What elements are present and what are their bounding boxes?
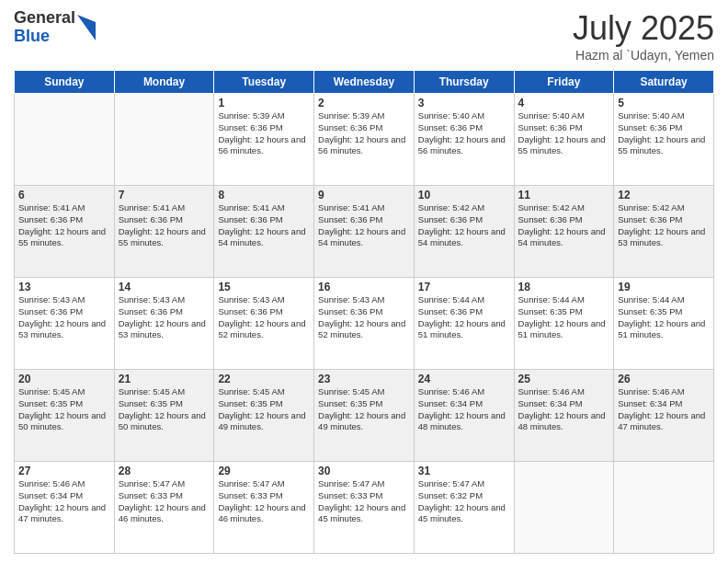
day-info: Sunrise: 5:47 AM Sunset: 6:33 PM Dayligh… — [318, 478, 410, 525]
svg-marker-0 — [77, 15, 96, 40]
day-info: Sunrise: 5:42 AM Sunset: 6:36 PM Dayligh… — [618, 202, 710, 249]
calendar-day-cell: 4Sunrise: 5:40 AM Sunset: 6:36 PM Daylig… — [514, 94, 614, 186]
day-info: Sunrise: 5:46 AM Sunset: 6:34 PM Dayligh… — [18, 478, 110, 525]
header-thursday: Thursday — [414, 71, 514, 94]
calendar-day-cell: 25Sunrise: 5:46 AM Sunset: 6:34 PM Dayli… — [514, 370, 614, 462]
day-number: 31 — [418, 465, 510, 477]
calendar-day-cell: 3Sunrise: 5:40 AM Sunset: 6:36 PM Daylig… — [414, 94, 514, 186]
calendar-day-cell: 5Sunrise: 5:40 AM Sunset: 6:36 PM Daylig… — [614, 94, 714, 186]
day-info: Sunrise: 5:39 AM Sunset: 6:36 PM Dayligh… — [318, 110, 410, 157]
logo-text: General Blue — [14, 9, 75, 46]
calendar-day-cell: 7Sunrise: 5:41 AM Sunset: 6:36 PM Daylig… — [114, 186, 214, 278]
calendar-day-cell — [614, 462, 714, 554]
calendar-day-cell: 30Sunrise: 5:47 AM Sunset: 6:33 PM Dayli… — [314, 462, 415, 554]
day-info: Sunrise: 5:44 AM Sunset: 6:36 PM Dayligh… — [418, 294, 510, 341]
day-info: Sunrise: 5:47 AM Sunset: 6:32 PM Dayligh… — [418, 478, 510, 525]
calendar-day-cell: 28Sunrise: 5:47 AM Sunset: 6:33 PM Dayli… — [114, 462, 214, 554]
day-number: 2 — [318, 97, 410, 109]
day-info: Sunrise: 5:43 AM Sunset: 6:36 PM Dayligh… — [18, 294, 110, 341]
day-number: 3 — [418, 97, 510, 109]
header-tuesday: Tuesday — [214, 71, 314, 94]
header-sunday: Sunday — [15, 71, 115, 94]
day-number: 11 — [518, 189, 610, 201]
calendar-day-cell — [514, 462, 614, 554]
day-number: 12 — [618, 189, 710, 201]
day-info: Sunrise: 5:46 AM Sunset: 6:34 PM Dayligh… — [618, 386, 710, 433]
day-info: Sunrise: 5:46 AM Sunset: 6:34 PM Dayligh… — [418, 386, 510, 433]
calendar-day-cell: 13Sunrise: 5:43 AM Sunset: 6:36 PM Dayli… — [15, 278, 115, 370]
header-monday: Monday — [114, 71, 214, 94]
day-info: Sunrise: 5:47 AM Sunset: 6:33 PM Dayligh… — [119, 478, 210, 525]
day-number: 16 — [318, 281, 410, 293]
calendar-day-cell: 15Sunrise: 5:43 AM Sunset: 6:36 PM Dayli… — [214, 278, 314, 370]
day-info: Sunrise: 5:45 AM Sunset: 6:35 PM Dayligh… — [218, 386, 310, 433]
calendar-day-cell: 29Sunrise: 5:47 AM Sunset: 6:33 PM Dayli… — [214, 462, 314, 554]
day-number: 6 — [18, 189, 110, 201]
calendar-day-cell: 2Sunrise: 5:39 AM Sunset: 6:36 PM Daylig… — [314, 94, 415, 186]
logo-blue: Blue — [14, 28, 75, 46]
title-area: July 2025 Hazm al `Udayn, Yemen — [573, 9, 714, 63]
header-friday: Friday — [514, 71, 614, 94]
calendar-day-cell: 23Sunrise: 5:45 AM Sunset: 6:35 PM Dayli… — [314, 370, 415, 462]
header: General Blue July 2025 Hazm al `Udayn, Y… — [14, 9, 714, 63]
calendar-week-row: 27Sunrise: 5:46 AM Sunset: 6:34 PM Dayli… — [15, 462, 714, 554]
calendar-week-row: 20Sunrise: 5:45 AM Sunset: 6:35 PM Dayli… — [15, 370, 714, 462]
location: Hazm al `Udayn, Yemen — [573, 48, 714, 63]
day-number: 29 — [218, 465, 310, 477]
calendar-day-cell: 6Sunrise: 5:41 AM Sunset: 6:36 PM Daylig… — [15, 186, 115, 278]
calendar-week-row: 13Sunrise: 5:43 AM Sunset: 6:36 PM Dayli… — [15, 278, 714, 370]
calendar-day-cell: 22Sunrise: 5:45 AM Sunset: 6:35 PM Dayli… — [214, 370, 314, 462]
day-info: Sunrise: 5:45 AM Sunset: 6:35 PM Dayligh… — [119, 386, 210, 433]
day-number: 17 — [418, 281, 510, 293]
day-number: 19 — [618, 281, 710, 293]
day-info: Sunrise: 5:44 AM Sunset: 6:35 PM Dayligh… — [518, 294, 610, 341]
calendar-day-cell: 21Sunrise: 5:45 AM Sunset: 6:35 PM Dayli… — [114, 370, 214, 462]
day-info: Sunrise: 5:44 AM Sunset: 6:35 PM Dayligh… — [618, 294, 710, 341]
calendar-day-cell: 24Sunrise: 5:46 AM Sunset: 6:34 PM Dayli… — [414, 370, 514, 462]
day-info: Sunrise: 5:40 AM Sunset: 6:36 PM Dayligh… — [518, 110, 610, 157]
day-info: Sunrise: 5:41 AM Sunset: 6:36 PM Dayligh… — [318, 202, 410, 249]
day-number: 28 — [119, 465, 210, 477]
calendar-page: General Blue July 2025 Hazm al `Udayn, Y… — [0, 0, 728, 563]
day-info: Sunrise: 5:47 AM Sunset: 6:33 PM Dayligh… — [218, 478, 310, 525]
calendar-day-cell: 19Sunrise: 5:44 AM Sunset: 6:35 PM Dayli… — [614, 278, 714, 370]
calendar-day-cell: 11Sunrise: 5:42 AM Sunset: 6:36 PM Dayli… — [514, 186, 614, 278]
calendar-day-cell: 12Sunrise: 5:42 AM Sunset: 6:36 PM Dayli… — [614, 186, 714, 278]
calendar-day-cell: 26Sunrise: 5:46 AM Sunset: 6:34 PM Dayli… — [614, 370, 714, 462]
day-number: 27 — [18, 465, 110, 477]
day-info: Sunrise: 5:39 AM Sunset: 6:36 PM Dayligh… — [218, 110, 310, 157]
header-wednesday: Wednesday — [314, 71, 415, 94]
day-number: 26 — [618, 373, 710, 385]
day-info: Sunrise: 5:43 AM Sunset: 6:36 PM Dayligh… — [218, 294, 310, 341]
day-number: 14 — [119, 281, 210, 293]
day-info: Sunrise: 5:43 AM Sunset: 6:36 PM Dayligh… — [119, 294, 210, 341]
day-number: 5 — [618, 97, 710, 109]
day-number: 13 — [18, 281, 110, 293]
month-title: July 2025 — [573, 9, 714, 48]
calendar-week-row: 6Sunrise: 5:41 AM Sunset: 6:36 PM Daylig… — [15, 186, 714, 278]
calendar-day-cell: 18Sunrise: 5:44 AM Sunset: 6:35 PM Dayli… — [514, 278, 614, 370]
day-number: 18 — [518, 281, 610, 293]
day-info: Sunrise: 5:43 AM Sunset: 6:36 PM Dayligh… — [318, 294, 410, 341]
day-info: Sunrise: 5:40 AM Sunset: 6:36 PM Dayligh… — [418, 110, 510, 157]
calendar-day-cell: 20Sunrise: 5:45 AM Sunset: 6:35 PM Dayli… — [15, 370, 115, 462]
calendar-day-cell — [15, 94, 115, 186]
calendar-day-cell: 10Sunrise: 5:42 AM Sunset: 6:36 PM Dayli… — [414, 186, 514, 278]
day-info: Sunrise: 5:46 AM Sunset: 6:34 PM Dayligh… — [518, 386, 610, 433]
calendar-day-cell: 16Sunrise: 5:43 AM Sunset: 6:36 PM Dayli… — [314, 278, 415, 370]
day-info: Sunrise: 5:42 AM Sunset: 6:36 PM Dayligh… — [418, 202, 510, 249]
calendar-day-cell: 1Sunrise: 5:39 AM Sunset: 6:36 PM Daylig… — [214, 94, 314, 186]
weekday-header-row: Sunday Monday Tuesday Wednesday Thursday… — [15, 71, 714, 94]
header-saturday: Saturday — [614, 71, 714, 94]
day-number: 7 — [119, 189, 210, 201]
day-number: 20 — [18, 373, 110, 385]
day-info: Sunrise: 5:45 AM Sunset: 6:35 PM Dayligh… — [318, 386, 410, 433]
day-info: Sunrise: 5:41 AM Sunset: 6:36 PM Dayligh… — [18, 202, 110, 249]
calendar-week-row: 1Sunrise: 5:39 AM Sunset: 6:36 PM Daylig… — [15, 94, 714, 186]
calendar-day-cell — [114, 94, 214, 186]
logo: General Blue — [14, 9, 96, 46]
calendar-day-cell: 8Sunrise: 5:41 AM Sunset: 6:36 PM Daylig… — [214, 186, 314, 278]
day-number: 22 — [218, 373, 310, 385]
calendar-day-cell: 31Sunrise: 5:47 AM Sunset: 6:32 PM Dayli… — [414, 462, 514, 554]
day-number: 10 — [418, 189, 510, 201]
